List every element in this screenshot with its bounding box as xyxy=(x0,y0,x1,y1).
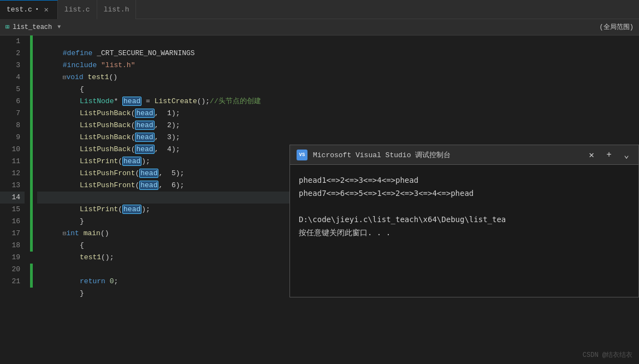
tab-test-c-close[interactable]: ✕ xyxy=(42,5,51,14)
popup-chevron-btn[interactable]: ⌄ xyxy=(621,150,632,160)
code-line-4: { xyxy=(37,71,639,83)
scope-name[interactable]: list_teach xyxy=(13,23,52,31)
line-num-16: 16 xyxy=(0,216,25,228)
vs-icon: VS xyxy=(297,150,307,160)
line-num-15: 15 xyxy=(0,204,25,216)
line-num-9: 9 xyxy=(0,132,25,144)
tab-list-h[interactable]: list.h xyxy=(97,0,137,19)
tab-list-c[interactable]: list.c xyxy=(58,0,97,19)
line-numbers: 1 2 3 4 5 6 7 8 9 10 11 12 13 14 15 16 1… xyxy=(0,35,30,364)
popup-add-btn[interactable]: + xyxy=(603,150,614,160)
line-num-3: 3 xyxy=(0,59,25,71)
code-line-1: #define _CRT_SECURE_NO_WARNINGS xyxy=(37,35,639,47)
popup-controls: ✕ + ⌄ xyxy=(586,150,632,160)
scope-bar: ⊞ list_teach ▼ (全局范围) xyxy=(0,19,639,35)
popup-title: Microsoft Visual Studio 调试控制台 xyxy=(313,150,581,160)
tab-list-c-label: list.c xyxy=(64,5,90,14)
line-num-5: 5 xyxy=(0,83,25,96)
line-num-11: 11 xyxy=(0,156,25,168)
popup-output-5: 按任意键关闭此窗口. . . xyxy=(299,226,630,239)
line-num-10: 10 xyxy=(0,144,25,156)
tab-modified-dot: • xyxy=(36,7,39,13)
popup-content: phead1<=>2<=>3<=>4<=>phead phead7<=>6<=>… xyxy=(290,165,638,297)
watermark: CSDN @结衣结衣 xyxy=(583,350,632,360)
line-num-21: 21 xyxy=(0,276,25,288)
scope-right: (全局范围) xyxy=(600,22,634,32)
line-num-4: 4 xyxy=(0,71,25,83)
line-num-1: 1 xyxy=(0,35,25,47)
code-line-9: ListPushBack(head, 4); xyxy=(37,132,639,144)
popup-output-4: D:\code\jieyi.c\list_teach\x64\Debug\lis… xyxy=(299,213,630,226)
editor-area: 1 2 3 4 5 6 7 8 9 10 11 12 13 14 15 16 1… xyxy=(0,35,639,364)
popup-close-btn[interactable]: ✕ xyxy=(586,150,597,160)
line-num-6: 6 xyxy=(0,96,25,108)
tab-bar: test.c • ✕ list.c list.h xyxy=(0,0,639,19)
code-line-3: ⊟void test1() xyxy=(37,59,639,71)
popup-output-3 xyxy=(299,200,630,213)
scope-icon: ⊞ xyxy=(5,23,9,31)
scope-dropdown-icon[interactable]: ▼ xyxy=(57,24,61,30)
tab-test-c-label: test.c xyxy=(7,5,32,14)
tab-test-c[interactable]: test.c • ✕ xyxy=(0,0,58,19)
code-line-8: ListPushBack(head, 3); xyxy=(37,120,639,132)
popup-output-1: phead1<=>2<=>3<=>4<=>phead xyxy=(299,174,630,187)
code-line-6: ListPushBack(head, 1); xyxy=(37,96,639,108)
popup-output-2: phead7<=>6<=>5<=>1<=>2<=>3<=>4<=>phead xyxy=(299,187,630,200)
line-num-13: 13 xyxy=(0,180,25,192)
line-num-2: 2 xyxy=(0,47,25,59)
tab-list-h-label: list.h xyxy=(104,5,129,14)
code-line-2: #include "list.h" xyxy=(37,47,639,59)
line-num-14: 14 xyxy=(0,192,25,204)
debug-console-popup: VS Microsoft Visual Studio 调试控制台 ✕ + ⌄ p… xyxy=(289,145,639,297)
code-line-7: ListPushBack(head, 2); xyxy=(37,108,639,120)
line-num-20: 20 xyxy=(0,264,25,276)
line-num-17: 17 xyxy=(0,228,25,240)
line-num-18: 18 xyxy=(0,240,25,252)
line-num-19: 19 xyxy=(0,252,25,264)
line-num-8: 8 xyxy=(0,120,25,132)
code-line-5: ListNode* head = ListCreate();//头节点的创建 xyxy=(37,83,639,96)
line-num-7: 7 xyxy=(0,108,25,120)
popup-titlebar: VS Microsoft Visual Studio 调试控制台 ✕ + ⌄ xyxy=(290,145,638,165)
line-num-12: 12 xyxy=(0,168,25,180)
